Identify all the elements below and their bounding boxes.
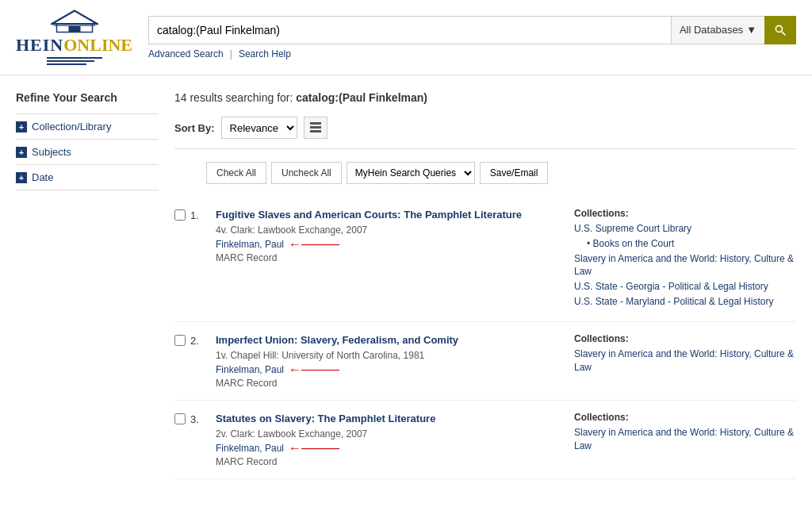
result-author-row-3: Finkelman, Paul ←——— (216, 441, 565, 455)
logo-online: ONLINE (63, 35, 132, 56)
result-meta-3: 2v. Clark: Lawbook Exchange, 2007 (216, 428, 565, 440)
sidebar-item-label: Collection/Library (32, 121, 111, 132)
toolbar: Check All Uncheck All MyHein Search Quer… (206, 162, 796, 184)
svg-line-5 (782, 31, 786, 35)
result-marc-link-1[interactable]: MARC Record (216, 252, 277, 263)
result-number-1: 1. (190, 209, 199, 221)
svg-rect-2 (68, 26, 80, 33)
result-title-1[interactable]: Fugitive Slaves and American Courts: The… (216, 209, 522, 221)
search-input[interactable] (148, 16, 671, 44)
save-email-button[interactable]: Save/Email (480, 162, 549, 184)
result-main-3: Statutes on Slavery: The Pamphlet Litera… (216, 412, 565, 467)
sort-select[interactable]: Relevance Date Title (221, 117, 297, 139)
collections-label-1: Collections: (574, 208, 796, 219)
author-arrow-3: ←——— (289, 441, 339, 455)
db-selector-label: All Databases (680, 24, 743, 36)
result-collections-3: Collections: Slavery in America and the … (574, 412, 796, 467)
sidebar-item-collection[interactable]: + Collection/Library (16, 113, 159, 139)
chevron-down-icon: ▼ (746, 24, 756, 36)
result-collections-1: Collections: U.S. Supreme Court Library … (574, 208, 796, 310)
result-main-1: Fugitive Slaves and American Courts: The… (216, 208, 565, 310)
result-author-row-2: Finkelman, Paul ←——— (216, 363, 565, 377)
expand-icon: + (16, 121, 27, 132)
check-all-button[interactable]: Check All (206, 162, 266, 184)
result-main-2: Imperfect Union: Slavery, Federalism, an… (216, 333, 565, 389)
results-header: 14 results searching for: catalog:(Paul … (174, 91, 796, 104)
search-area: All Databases ▼ Advanced Search | Search… (148, 16, 796, 60)
result-author-link-1[interactable]: Finkelman, Paul (216, 239, 284, 250)
author-arrow-1: ←——— (289, 237, 339, 251)
collection-link-1-1[interactable]: Books on the Court (587, 237, 796, 251)
search-help-link[interactable]: Search Help (239, 48, 291, 60)
svg-rect-6 (310, 122, 321, 125)
result-checkbox-area-2: 2. (174, 333, 206, 389)
result-marc-link-2[interactable]: MARC Record (216, 378, 277, 389)
logo: HEIN ONLINE (16, 10, 132, 65)
result-collections-2: Collections: Slavery in America and the … (574, 333, 796, 389)
result-item-2: 2. Imperfect Union: Slavery, Federalism,… (174, 322, 796, 401)
result-item-1: 1. Fugitive Slaves and American Courts: … (174, 197, 796, 322)
result-checkbox-area-3: 3. (174, 412, 206, 467)
myhein-select[interactable]: MyHein Search Queries (347, 162, 475, 184)
header: HEIN ONLINE All Databases ▼ Advanced Se (0, 0, 812, 75)
result-author-link-3[interactable]: Finkelman, Paul (216, 443, 284, 454)
logo-lines (47, 57, 102, 65)
results-query: catalog:(Paul Finkelman) (296, 91, 427, 104)
result-checkbox-2[interactable] (174, 335, 186, 346)
result-author-row-1: Finkelman, Paul ←——— (216, 237, 565, 251)
search-icon (774, 24, 787, 36)
search-links: Advanced Search | Search Help (148, 48, 796, 60)
advanced-search-link[interactable]: Advanced Search (148, 48, 224, 60)
collections-label-2: Collections: (574, 333, 796, 344)
expand-icon: + (16, 147, 27, 158)
logo-house-icon (51, 10, 98, 33)
collection-link-1-2[interactable]: Slavery in America and the World: Histor… (574, 252, 796, 279)
results-count: 14 results searching for: (174, 91, 296, 104)
svg-point-4 (776, 25, 782, 32)
sidebar-item-label: Subjects (32, 146, 71, 158)
result-checkbox-area-1: 1. (174, 208, 206, 310)
result-checkbox-1[interactable] (174, 209, 186, 221)
main-layout: Refine Your Search + Collection/Library … (0, 75, 812, 487)
result-title-2[interactable]: Imperfect Union: Slavery, Federalism, an… (216, 334, 458, 346)
search-button[interactable] (764, 16, 796, 44)
result-number-3: 3. (190, 413, 199, 425)
result-meta-1: 4v. Clark: Lawbook Exchange, 2007 (216, 225, 565, 236)
result-number-2: 2. (190, 335, 199, 347)
collections-label-3: Collections: (574, 412, 796, 423)
svg-rect-8 (310, 130, 321, 132)
content: 14 results searching for: catalog:(Paul … (174, 83, 796, 479)
db-selector[interactable]: All Databases ▼ (671, 16, 764, 44)
result-item-3: 3. Statutes on Slavery: The Pamphlet Lit… (174, 401, 796, 479)
sort-bar: Sort By: Relevance Date Title (174, 117, 796, 149)
result-marc-link-3[interactable]: MARC Record (216, 456, 277, 467)
collection-link-1-0[interactable]: U.S. Supreme Court Library (574, 222, 796, 236)
author-arrow-2: ←——— (289, 363, 339, 377)
result-title-3[interactable]: Statutes on Slavery: The Pamphlet Litera… (216, 413, 435, 424)
sidebar: Refine Your Search + Collection/Library … (16, 83, 174, 479)
result-meta-2: 1v. Chapel Hill: University of North Car… (216, 350, 565, 361)
collection-link-2-0[interactable]: Slavery in America and the World: Histor… (574, 347, 796, 374)
sidebar-item-label: Date (32, 171, 53, 183)
search-row: All Databases ▼ (148, 16, 796, 44)
svg-rect-7 (310, 126, 321, 129)
expand-icon: + (16, 172, 27, 183)
sidebar-item-subjects[interactable]: + Subjects (16, 139, 159, 164)
result-checkbox-3[interactable] (174, 413, 186, 424)
list-view-icon (310, 122, 321, 133)
svg-marker-0 (52, 11, 97, 25)
uncheck-all-button[interactable]: Uncheck All (271, 162, 342, 184)
view-toggle-button[interactable] (304, 117, 327, 139)
collection-link-1-4[interactable]: U.S. State - Maryland - Political & Lega… (574, 295, 796, 309)
logo-hein: HEIN (16, 35, 63, 56)
link-separator: | (230, 48, 232, 60)
sort-label: Sort By: (174, 122, 215, 134)
sidebar-item-date[interactable]: + Date (16, 164, 159, 190)
collection-link-3-0[interactable]: Slavery in America and the World: Histor… (574, 426, 796, 453)
result-author-link-2[interactable]: Finkelman, Paul (216, 364, 284, 375)
collection-link-1-3[interactable]: U.S. State - Georgia - Political & Legal… (574, 280, 796, 294)
sidebar-title: Refine Your Search (16, 91, 159, 104)
